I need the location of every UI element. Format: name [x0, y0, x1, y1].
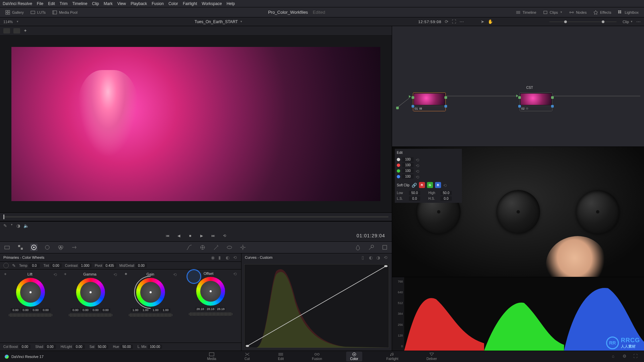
node-port-in[interactable]	[518, 105, 521, 108]
hs-value[interactable]: 0.0	[440, 196, 452, 201]
reset-icon[interactable]: ⟲	[416, 158, 420, 162]
menu-item[interactable]: DaVinci Resolve	[3, 1, 32, 6]
blur-icon[interactable]	[354, 244, 362, 251]
contrast-value[interactable]: 1.000	[79, 263, 92, 268]
node-02[interactable]: 02◎	[520, 93, 552, 111]
reset-icon[interactable]: ⟲	[416, 175, 420, 179]
page-cut[interactable]: Cut	[240, 352, 254, 361]
channel-r-icon[interactable]	[397, 164, 400, 167]
reset-icon[interactable]: ⟲	[173, 272, 177, 276]
node-port-out[interactable]	[444, 105, 447, 108]
sat-value[interactable]: 50.00	[96, 345, 108, 349]
gallery-button[interactable]: Gallery	[3, 9, 26, 16]
page-fairlight[interactable]: Fairlight	[382, 352, 402, 361]
qualifier-icon[interactable]	[212, 244, 220, 251]
menu-item[interactable]: Timeline	[72, 1, 87, 6]
magic-wand-icon[interactable]: ✦	[23, 28, 27, 33]
prev-clip-button[interactable]: ⏮	[164, 232, 171, 239]
softclip-b-button[interactable]: B	[435, 182, 441, 188]
link-icon[interactable]: 🔗	[412, 183, 417, 188]
ls-value[interactable]: 0.0	[409, 196, 420, 201]
source-port[interactable]	[396, 107, 399, 109]
picker-icon[interactable]: ✎	[12, 263, 16, 268]
zoom-level[interactable]: 114%	[3, 20, 13, 24]
clip-name[interactable]: Tues_On_Earth_START	[195, 19, 238, 24]
mediapool-button[interactable]: Media Pool	[50, 9, 80, 16]
color-wheels-icon[interactable]	[30, 244, 38, 251]
temp-value[interactable]: 0.0	[29, 263, 40, 268]
menu-item[interactable]: Fairlight	[183, 1, 197, 6]
viewer-mode-icon[interactable]	[3, 28, 10, 34]
mid-value[interactable]: 0.00	[136, 263, 147, 268]
page-edit[interactable]: Edit	[274, 352, 288, 361]
picker-icon[interactable]: ✎	[3, 223, 7, 228]
audio-icon[interactable]: 🔈	[23, 223, 29, 228]
page-fusion[interactable]: Fusion	[308, 352, 326, 361]
picker-icon[interactable]: +	[64, 272, 67, 277]
shad-value[interactable]: 0.00	[45, 345, 56, 349]
window-icon[interactable]	[226, 244, 233, 251]
picker-icon[interactable]: +	[4, 272, 7, 277]
node-port-in[interactable]	[412, 96, 414, 99]
channel-b-value[interactable]: 100	[402, 174, 414, 179]
color-warper-icon[interactable]	[199, 244, 206, 251]
home-icon[interactable]: ⌂	[612, 354, 618, 360]
page-color[interactable]: Color	[346, 352, 362, 361]
hilight-value[interactable]: 0.00	[73, 345, 85, 349]
offset-color-wheel[interactable]	[196, 277, 225, 306]
channel-y-icon[interactable]	[397, 158, 400, 161]
lmix-value[interactable]: 100.00	[148, 345, 162, 349]
gain-color-wheel[interactable]	[136, 278, 165, 307]
wheels-mode-icon[interactable]: ◉	[211, 255, 216, 260]
refresh-icon[interactable]: ⟳	[445, 19, 448, 24]
motion-effects-icon[interactable]	[70, 244, 78, 251]
lift-jog[interactable]	[9, 313, 52, 317]
sizing-icon[interactable]	[381, 244, 388, 251]
clips-button[interactable]: Clips ▼	[540, 9, 565, 16]
hand-tool-icon[interactable]: ✋	[488, 19, 493, 24]
luts-button[interactable]: LUTs	[28, 9, 48, 16]
channel-r-value[interactable]: 100	[402, 163, 414, 167]
picker-icon[interactable]: ✦	[124, 272, 128, 277]
viewer-split-icon[interactable]	[13, 28, 20, 34]
menu-item[interactable]: Edit	[48, 1, 55, 6]
page-media[interactable]: Media	[203, 352, 220, 361]
chevron-down-icon[interactable]: ▼	[16, 20, 19, 23]
colboost-value[interactable]: 0.00	[19, 345, 31, 349]
color-match-icon[interactable]	[17, 244, 24, 251]
channel-b-icon[interactable]	[397, 175, 400, 178]
gamma-color-wheel[interactable]	[76, 278, 105, 307]
menu-item[interactable]: Clip	[92, 1, 99, 6]
more-icon[interactable]: ⋯	[636, 19, 641, 24]
channel-g-icon[interactable]	[397, 169, 400, 173]
softclip-r-button[interactable]: R	[419, 182, 425, 188]
chevron-down-icon[interactable]: ▼	[240, 20, 243, 23]
gain-jog[interactable]	[129, 313, 172, 317]
loop-button[interactable]: ⟲	[221, 232, 228, 239]
node-graph[interactable]: CST 01▮▮	[392, 26, 644, 147]
auto-balance-icon[interactable]	[3, 263, 9, 268]
node-port-in[interactable]	[518, 96, 521, 99]
menu-item[interactable]: Help	[226, 1, 235, 6]
menu-item[interactable]: Trim	[60, 1, 68, 6]
pivot-value[interactable]: 0.435	[104, 263, 116, 268]
log-mode-icon[interactable]: ◐	[226, 255, 230, 260]
curves-mode-icon[interactable]: ▯	[362, 255, 366, 260]
lift-color-wheel[interactable]	[16, 278, 45, 307]
fullscreen-icon[interactable]: ⛶	[633, 354, 639, 360]
reset-icon[interactable]: ⟲	[416, 169, 420, 173]
bars-mode-icon[interactable]: ▮	[218, 255, 223, 260]
scrub-track[interactable]	[3, 216, 388, 218]
reset-icon[interactable]: ⟲	[443, 183, 447, 187]
menu-item[interactable]: File	[37, 1, 43, 6]
hue-value[interactable]: 50.00	[120, 345, 133, 349]
menu-item[interactable]: Mark	[104, 1, 113, 6]
node-port-out[interactable]	[551, 96, 554, 99]
rgb-mixer-icon[interactable]	[57, 244, 64, 251]
low-value[interactable]: 50.0	[409, 191, 420, 195]
curves-icon[interactable]	[185, 244, 193, 251]
parade-scope[interactable]: RR RRCG 人人素材	[404, 277, 644, 351]
softclip-g-button[interactable]: G	[427, 182, 433, 188]
high-value[interactable]: 50.0	[440, 191, 452, 195]
channel-g-value[interactable]: 100	[402, 169, 414, 173]
